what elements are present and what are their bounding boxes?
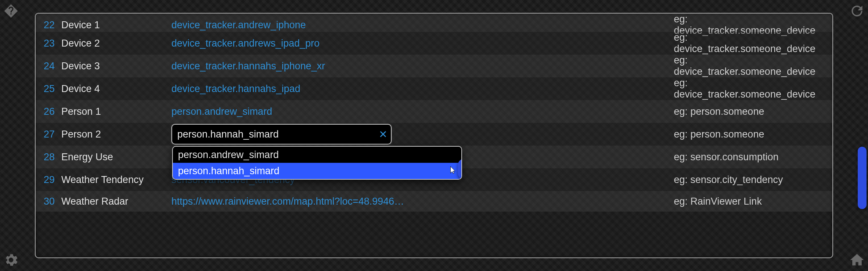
row-number: 23 (36, 38, 61, 49)
table-row[interactable]: 26 Person 1 person.andrew_simard eg: per… (36, 100, 832, 123)
table-row[interactable]: 22 Device 1 device_tracker.andrew_iphone… (36, 14, 832, 32)
autocomplete-option-selected[interactable]: person.hannah_simard (173, 163, 461, 179)
row-value[interactable]: person.andrew_simard (171, 106, 674, 117)
row-label: Person 1 (61, 106, 171, 117)
row-label: Energy Use (61, 151, 171, 163)
row-label: Device 3 (61, 61, 171, 72)
row-label: Device 2 (61, 38, 171, 49)
autocomplete-option[interactable]: person.andrew_simard (173, 147, 461, 163)
row-label: Device 4 (61, 83, 171, 95)
row-label: Weather Radar (61, 196, 171, 207)
table-row[interactable]: 25 Device 4 device_tracker.hannahs_ipad … (36, 77, 832, 100)
value-input[interactable] (177, 129, 374, 140)
row-hint: eg: person.someone (674, 106, 828, 117)
row-value[interactable]: device_tracker.hannahs_ipad (171, 83, 674, 95)
row-value[interactable]: device_tracker.andrews_ipad_pro (171, 38, 674, 49)
value-editor: ✕ person.andrew_simard person.hannah_sim… (171, 124, 392, 144)
row-number: 24 (36, 61, 61, 72)
row-label: Weather Tendency (61, 174, 171, 186)
row-number: 26 (36, 106, 61, 117)
row-hint: eg: RainViewer Link (674, 196, 828, 207)
table-row-editing[interactable]: 27 Person 2 ✕ person.andrew_simard perso… (36, 123, 832, 146)
row-value[interactable]: device_tracker.hannahs_iphone_xr (171, 61, 674, 72)
row-number: 28 (36, 151, 61, 163)
pointer-cursor-icon (448, 165, 456, 177)
row-number: 25 (36, 83, 61, 95)
autocomplete-dropdown: person.andrew_simard person.hannah_simar… (172, 146, 462, 180)
home-icon[interactable] (846, 249, 868, 271)
row-label: Device 1 (61, 19, 171, 31)
scrollbar-thumb[interactable] (858, 147, 867, 209)
option-text: person.andrew_simard (178, 149, 279, 161)
row-value[interactable]: device_tracker.andrew_iphone (171, 19, 674, 31)
config-rows: 22 Device 1 device_tracker.andrew_iphone… (36, 14, 832, 257)
row-hint: eg: person.someone (674, 129, 828, 140)
clear-input-icon[interactable]: ✕ (379, 128, 387, 140)
row-value[interactable]: https://www.rainviewer.com/map.html?loc=… (171, 196, 674, 207)
table-row[interactable]: 30 Weather Radar https://www.rainviewer.… (36, 191, 832, 212)
row-number: 22 (36, 19, 61, 31)
row-number: 27 (36, 129, 61, 140)
table-row[interactable]: 24 Device 3 device_tracker.hannahs_iphon… (36, 55, 832, 77)
table-row[interactable]: 23 Device 2 device_tracker.andrews_ipad_… (36, 32, 832, 55)
row-number: 29 (36, 174, 61, 186)
row-hint: eg: sensor.city_tendency (674, 174, 828, 186)
row-label: Person 2 (61, 129, 171, 140)
row-hint: eg: device_tracker.someone_device (674, 77, 828, 100)
row-hint: eg: sensor.consumption (674, 151, 828, 163)
refresh-icon[interactable] (846, 0, 868, 22)
option-text: person.hannah_simard (178, 165, 279, 177)
row-hint: eg: device_tracker.someone_device (674, 32, 828, 55)
settings-icon[interactable] (0, 249, 22, 271)
row-number: 30 (36, 196, 61, 207)
config-panel: 22 Device 1 device_tracker.andrew_iphone… (35, 13, 833, 258)
row-hint: eg: device_tracker.someone_device (674, 55, 828, 77)
help-icon[interactable] (0, 0, 22, 22)
